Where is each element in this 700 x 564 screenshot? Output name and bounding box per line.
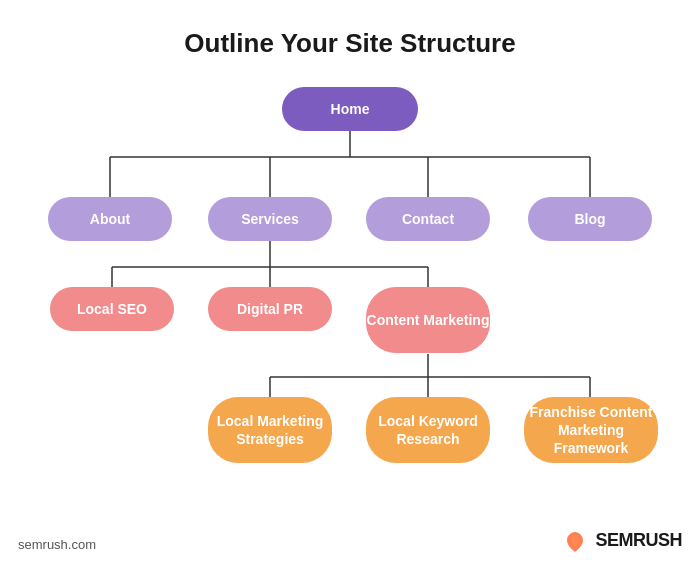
node-blog: Blog xyxy=(528,197,652,241)
footer-website: semrush.com xyxy=(18,537,96,552)
footer-brand: SEMRUSH xyxy=(561,526,682,554)
semrush-logo-icon xyxy=(561,526,589,554)
page-title: Outline Your Site Structure xyxy=(0,0,700,69)
node-content-marketing: Content Marketing xyxy=(366,287,490,353)
node-contact: Contact xyxy=(366,197,490,241)
node-services: Services xyxy=(208,197,332,241)
node-franchise-content: Franchise Content Marketing Framework xyxy=(524,397,658,463)
node-local-keyword: Local Keyword Research xyxy=(366,397,490,463)
node-digital-pr: Digital PR xyxy=(208,287,332,331)
diagram: Home About Services Contact Blog Local S… xyxy=(0,69,700,559)
semrush-brand-text: SEMRUSH xyxy=(595,530,682,551)
node-local-seo: Local SEO xyxy=(50,287,174,331)
node-local-marketing: Local Marketing Strategies xyxy=(208,397,332,463)
node-about: About xyxy=(48,197,172,241)
node-home: Home xyxy=(282,87,418,131)
